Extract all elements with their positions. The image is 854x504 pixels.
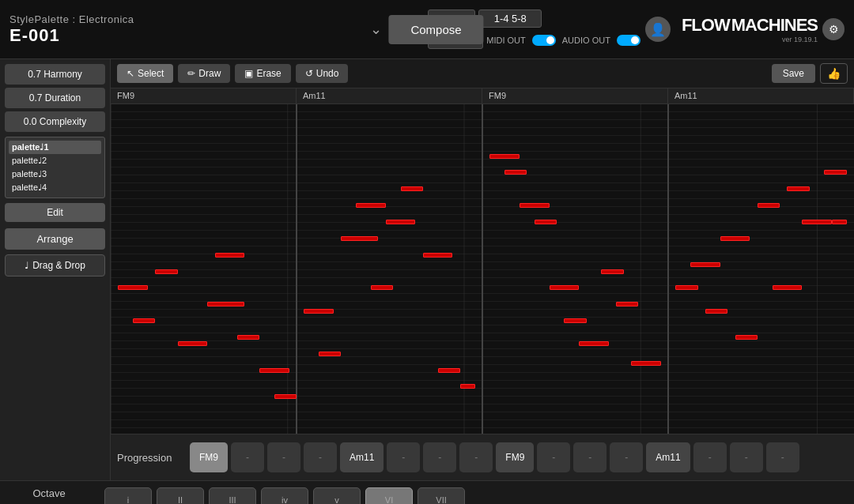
palette-list: palette♩1 palette♩2 palette♩3 palette♩4 bbox=[5, 137, 105, 198]
user-avatar[interactable]: 👤 bbox=[645, 17, 671, 42]
note bbox=[237, 335, 259, 340]
progression-label: Progression bbox=[117, 452, 180, 464]
note bbox=[423, 253, 453, 258]
note bbox=[504, 170, 527, 175]
eraser-icon: ▣ bbox=[244, 68, 253, 79]
note bbox=[386, 220, 416, 224]
prog-btn-dash-1[interactable]: - bbox=[231, 442, 264, 472]
chord-btn-i-am[interactable]: i Am bbox=[104, 487, 152, 504]
note bbox=[787, 186, 809, 191]
palette-item-3[interactable]: palette♩3 bbox=[9, 167, 101, 181]
complexity-slider-btn[interactable]: 0.0 Complexity bbox=[5, 111, 105, 132]
drag-drop-button[interactable]: ♩ Drag & Drop bbox=[5, 254, 105, 276]
chord-btn-ii-bdim[interactable]: II Bdim bbox=[157, 487, 204, 504]
note bbox=[616, 302, 638, 307]
note bbox=[758, 203, 780, 208]
palette-item-2[interactable]: palette♩2 bbox=[9, 154, 101, 167]
chord-btn-vi-f[interactable]: VI F bbox=[365, 487, 413, 504]
note bbox=[535, 220, 557, 224]
dropdown-arrow-icon[interactable]: ⌄ bbox=[370, 21, 382, 38]
note bbox=[401, 186, 423, 191]
brand: FLOW MACHINES ver 19.19.1 bbox=[682, 15, 818, 43]
brand-flow: FLOW bbox=[682, 15, 730, 36]
chord-btn-v-em[interactable]: v Em bbox=[313, 487, 361, 504]
brand-machines: MACHINES bbox=[731, 15, 818, 36]
midi-audio-row: MIDI OUT AUDIO OUT bbox=[486, 31, 640, 49]
palette-item-1[interactable]: palette♩1 bbox=[9, 141, 101, 154]
toolbar: ↖ Select ✏ Draw ▣ Erase ↺ Undo Save 👍 bbox=[111, 59, 854, 88]
piano-roll[interactable]: FM9 Am11 FM9 Am11 bbox=[111, 88, 854, 434]
note bbox=[155, 269, 177, 274]
note bbox=[371, 285, 393, 290]
edit-button[interactable]: Edit bbox=[5, 203, 105, 222]
prog-btn-dash-9[interactable]: - bbox=[610, 442, 643, 472]
bottom-section: Octave -1 0 1 i Am II Bdim III C iv Dm bbox=[0, 480, 854, 504]
prog-btn-dash-12[interactable]: - bbox=[766, 442, 799, 472]
note bbox=[178, 341, 208, 346]
prog-btn-fm9-1[interactable]: FM9 bbox=[190, 442, 228, 472]
note bbox=[720, 236, 750, 241]
note bbox=[304, 309, 334, 314]
chord-label-4: Am11 bbox=[668, 88, 854, 103]
erase-tool-button[interactable]: ▣ Erase bbox=[235, 64, 290, 83]
chord-btn-iii-c[interactable]: III C bbox=[209, 487, 256, 504]
arrange-button[interactable]: Arrange bbox=[5, 228, 105, 250]
chord-labels-bar: FM9 Am11 FM9 Am11 bbox=[111, 88, 854, 104]
prog-btn-dash-11[interactable]: - bbox=[730, 442, 763, 472]
prog-btn-am11-2[interactable]: Am11 bbox=[646, 442, 690, 472]
prog-btn-dash-5[interactable]: - bbox=[423, 442, 456, 472]
undo-button[interactable]: ↺ Undo bbox=[296, 64, 349, 83]
octave-section: Octave -1 0 1 bbox=[6, 487, 92, 504]
chord-label-3: FM9 bbox=[482, 88, 668, 103]
header: StylePalette : Electronica E-001 ⌄ Compo… bbox=[0, 0, 854, 59]
piano-roll-container: ↖ Select ✏ Draw ▣ Erase ↺ Undo Save 👍 FM… bbox=[111, 59, 854, 480]
range-display: 1-4 5-8 bbox=[478, 9, 542, 28]
prog-btn-dash-6[interactable]: - bbox=[459, 442, 493, 472]
audio-toggle[interactable] bbox=[617, 35, 640, 46]
prog-btn-dash-10[interactable]: - bbox=[693, 442, 727, 472]
app-subtitle: E-001 bbox=[9, 25, 134, 46]
compose-button[interactable]: Compose bbox=[388, 15, 483, 44]
prog-btn-dash-4[interactable]: - bbox=[387, 442, 420, 472]
note bbox=[690, 262, 720, 267]
select-tool-button[interactable]: ↖ Select bbox=[117, 64, 173, 83]
note bbox=[489, 154, 520, 159]
note bbox=[550, 285, 580, 290]
undo-icon: ↺ bbox=[305, 68, 313, 79]
note bbox=[564, 318, 586, 323]
chord-btn-iv-dm[interactable]: iv Dm bbox=[261, 487, 308, 504]
note bbox=[802, 220, 832, 224]
settings-icon[interactable]: ⚙ bbox=[822, 18, 845, 40]
prog-btn-dash-2[interactable]: - bbox=[267, 442, 300, 472]
note bbox=[319, 352, 341, 356]
prog-btn-am11-1[interactable]: Am11 bbox=[340, 442, 384, 472]
prog-btn-fm9-2[interactable]: FM9 bbox=[496, 442, 534, 472]
prog-btn-dash-8[interactable]: - bbox=[573, 442, 606, 472]
pencil-icon: ✏ bbox=[187, 68, 195, 79]
music-note-icon: ♩ bbox=[25, 260, 29, 271]
prog-btn-dash-7[interactable]: - bbox=[537, 442, 570, 472]
note bbox=[341, 236, 378, 241]
palette-item-4[interactable]: palette♩4 bbox=[9, 181, 101, 194]
duration-slider-btn[interactable]: 0.7 Duration bbox=[5, 88, 105, 108]
note bbox=[579, 341, 609, 346]
app-title: StylePalette : Electronica bbox=[9, 13, 134, 25]
note bbox=[438, 368, 460, 373]
chord-btn-vii-g[interactable]: VII G bbox=[418, 487, 465, 504]
chord-label-1: FM9 bbox=[111, 88, 297, 103]
midi-toggle[interactable] bbox=[532, 35, 556, 46]
note bbox=[824, 170, 846, 175]
like-button[interactable]: 👍 bbox=[820, 63, 848, 84]
prog-btn-dash-3[interactable]: - bbox=[304, 442, 337, 472]
note bbox=[118, 285, 148, 290]
chord-grid: i Am II Bdim III C iv Dm v Em VI F bbox=[104, 487, 848, 504]
note bbox=[259, 368, 289, 373]
note bbox=[631, 361, 661, 366]
save-button[interactable]: Save bbox=[772, 64, 815, 83]
draw-tool-button[interactable]: ✏ Draw bbox=[178, 64, 230, 83]
harmony-slider-btn[interactable]: 0.7 Harmony bbox=[5, 64, 105, 85]
chord-row-1: i Am II Bdim III C iv Dm v Em VI F bbox=[104, 487, 848, 504]
grid-area bbox=[111, 104, 854, 434]
audio-label: AUDIO OUT bbox=[562, 36, 610, 45]
note bbox=[773, 285, 803, 290]
